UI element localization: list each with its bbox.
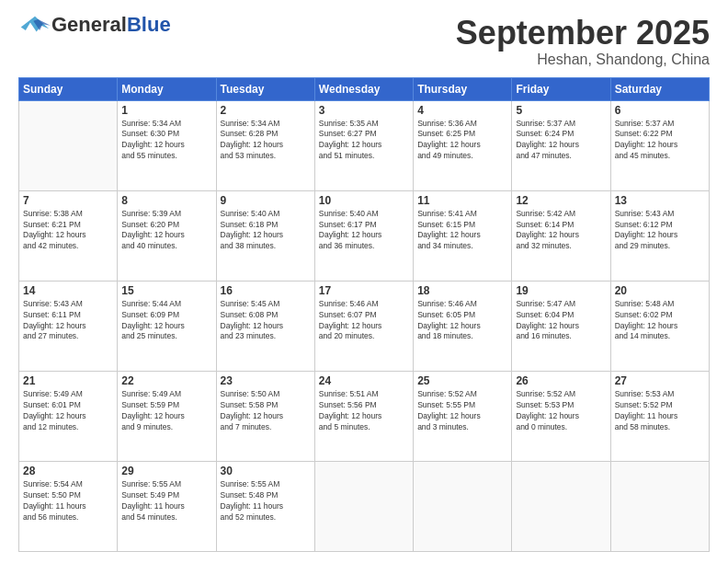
- day-info: Sunrise: 5:52 AMSunset: 5:55 PMDaylight:…: [417, 389, 507, 433]
- calendar-cell: 11Sunrise: 5:41 AMSunset: 6:15 PMDayligh…: [414, 190, 512, 281]
- calendar-cell: 4Sunrise: 5:36 AMSunset: 6:25 PMDaylight…: [414, 100, 512, 190]
- day-number: 14: [23, 284, 113, 297]
- calendar-cell: [314, 461, 413, 551]
- calendar-cell: 6Sunrise: 5:37 AMSunset: 6:22 PMDaylight…: [610, 100, 709, 190]
- logo: GeneralBlue: [51, 15, 171, 35]
- day-info: Sunrise: 5:39 AMSunset: 6:20 PMDaylight:…: [121, 209, 211, 253]
- calendar-table: SundayMondayTuesdayWednesdayThursdayFrid…: [18, 77, 710, 552]
- day-number: 15: [121, 284, 211, 297]
- day-info: Sunrise: 5:51 AMSunset: 5:56 PMDaylight:…: [319, 389, 409, 433]
- calendar-cell: 24Sunrise: 5:51 AMSunset: 5:56 PMDayligh…: [314, 371, 413, 461]
- day-number: 16: [221, 284, 311, 297]
- day-number: 30: [221, 465, 311, 477]
- calendar-cell: 28Sunrise: 5:54 AMSunset: 5:50 PMDayligh…: [19, 461, 118, 551]
- weekday-header: Friday: [512, 77, 610, 100]
- weekday-header: Wednesday: [314, 77, 413, 100]
- calendar-cell: 23Sunrise: 5:50 AMSunset: 5:58 PMDayligh…: [216, 371, 314, 461]
- day-number: 5: [516, 104, 606, 117]
- day-info: Sunrise: 5:46 AMSunset: 6:05 PMDaylight:…: [417, 299, 507, 343]
- calendar-cell: 17Sunrise: 5:46 AMSunset: 6:07 PMDayligh…: [314, 281, 413, 371]
- day-number: 11: [417, 194, 507, 207]
- day-info: Sunrise: 5:47 AMSunset: 6:04 PMDaylight:…: [516, 299, 606, 343]
- day-info: Sunrise: 5:46 AMSunset: 6:07 PMDaylight:…: [319, 299, 409, 343]
- calendar-week-row: 21Sunrise: 5:49 AMSunset: 6:01 PMDayligh…: [19, 371, 710, 461]
- weekday-header: Monday: [118, 77, 216, 100]
- logo-text: GeneralBlue: [51, 15, 171, 35]
- day-number: 28: [23, 465, 113, 477]
- calendar-cell: 12Sunrise: 5:42 AMSunset: 6:14 PMDayligh…: [512, 190, 610, 281]
- day-number: 3: [319, 104, 409, 117]
- calendar-cell: [414, 461, 512, 551]
- day-number: 20: [615, 284, 705, 297]
- day-number: 27: [615, 374, 705, 387]
- day-number: 24: [319, 374, 409, 387]
- day-number: 6: [615, 104, 705, 117]
- day-info: Sunrise: 5:55 AMSunset: 5:49 PMDaylight:…: [121, 479, 211, 523]
- calendar-week-row: 1Sunrise: 5:34 AMSunset: 6:30 PMDaylight…: [19, 100, 710, 190]
- calendar-cell: 14Sunrise: 5:43 AMSunset: 6:11 PMDayligh…: [19, 281, 118, 371]
- calendar-cell: 22Sunrise: 5:49 AMSunset: 5:59 PMDayligh…: [118, 371, 216, 461]
- calendar-week-row: 28Sunrise: 5:54 AMSunset: 5:50 PMDayligh…: [19, 461, 710, 551]
- day-number: 8: [121, 194, 211, 207]
- weekday-header-row: SundayMondayTuesdayWednesdayThursdayFrid…: [19, 77, 710, 100]
- day-number: 4: [417, 104, 507, 117]
- day-info: Sunrise: 5:40 AMSunset: 6:17 PMDaylight:…: [319, 209, 409, 253]
- day-number: 17: [319, 284, 409, 297]
- logo-area: GeneralBlue: [18, 15, 171, 35]
- day-info: Sunrise: 5:40 AMSunset: 6:18 PMDaylight:…: [221, 209, 311, 253]
- day-info: Sunrise: 5:53 AMSunset: 5:52 PMDaylight:…: [615, 389, 705, 433]
- calendar-cell: 7Sunrise: 5:38 AMSunset: 6:21 PMDaylight…: [19, 190, 118, 281]
- day-number: 10: [319, 194, 409, 207]
- day-number: 1: [121, 104, 211, 117]
- weekday-header: Thursday: [414, 77, 512, 100]
- day-info: Sunrise: 5:49 AMSunset: 5:59 PMDaylight:…: [121, 389, 211, 433]
- location-title: Heshan, Shandong, China: [456, 52, 710, 68]
- day-number: 12: [516, 194, 606, 207]
- calendar-cell: 3Sunrise: 5:35 AMSunset: 6:27 PMDaylight…: [314, 100, 413, 190]
- day-number: 19: [516, 284, 606, 297]
- day-info: Sunrise: 5:34 AMSunset: 6:30 PMDaylight:…: [121, 119, 211, 163]
- calendar-cell: 10Sunrise: 5:40 AMSunset: 6:17 PMDayligh…: [314, 190, 413, 281]
- calendar-cell: 26Sunrise: 5:52 AMSunset: 5:53 PMDayligh…: [512, 371, 610, 461]
- day-info: Sunrise: 5:45 AMSunset: 6:08 PMDaylight:…: [221, 299, 311, 343]
- day-number: 29: [121, 465, 211, 477]
- day-number: 7: [23, 194, 113, 207]
- day-number: 22: [121, 374, 211, 387]
- day-number: 21: [23, 374, 113, 387]
- day-number: 26: [516, 374, 606, 387]
- day-info: Sunrise: 5:50 AMSunset: 5:58 PMDaylight:…: [221, 389, 311, 433]
- calendar-cell: 5Sunrise: 5:37 AMSunset: 6:24 PMDaylight…: [512, 100, 610, 190]
- logo-general: General: [51, 13, 127, 36]
- day-info: Sunrise: 5:35 AMSunset: 6:27 PMDaylight:…: [319, 119, 409, 163]
- weekday-header: Tuesday: [216, 77, 314, 100]
- calendar-cell: 27Sunrise: 5:53 AMSunset: 5:52 PMDayligh…: [610, 371, 709, 461]
- day-number: 25: [417, 374, 507, 387]
- calendar-cell: 18Sunrise: 5:46 AMSunset: 6:05 PMDayligh…: [414, 281, 512, 371]
- calendar-cell: [610, 461, 709, 551]
- day-info: Sunrise: 5:43 AMSunset: 6:12 PMDaylight:…: [615, 209, 705, 253]
- calendar-cell: [19, 100, 118, 190]
- day-info: Sunrise: 5:54 AMSunset: 5:50 PMDaylight:…: [23, 479, 113, 523]
- day-number: 13: [615, 194, 705, 207]
- day-info: Sunrise: 5:44 AMSunset: 6:09 PMDaylight:…: [121, 299, 211, 343]
- calendar-cell: 25Sunrise: 5:52 AMSunset: 5:55 PMDayligh…: [414, 371, 512, 461]
- title-area: September 2025 Heshan, Shandong, China: [456, 15, 710, 68]
- day-info: Sunrise: 5:37 AMSunset: 6:24 PMDaylight:…: [516, 119, 606, 163]
- day-number: 9: [221, 194, 311, 207]
- page: GeneralBlue September 2025 Heshan, Shand…: [0, 0, 728, 563]
- day-info: Sunrise: 5:41 AMSunset: 6:15 PMDaylight:…: [417, 209, 507, 253]
- calendar-cell: 8Sunrise: 5:39 AMSunset: 6:20 PMDaylight…: [118, 190, 216, 281]
- logo-blue: Blue: [127, 13, 171, 36]
- calendar-week-row: 14Sunrise: 5:43 AMSunset: 6:11 PMDayligh…: [19, 281, 710, 371]
- calendar-week-row: 7Sunrise: 5:38 AMSunset: 6:21 PMDaylight…: [19, 190, 710, 281]
- day-number: 23: [221, 374, 311, 387]
- day-info: Sunrise: 5:37 AMSunset: 6:22 PMDaylight:…: [615, 119, 705, 163]
- calendar-cell: 30Sunrise: 5:55 AMSunset: 5:48 PMDayligh…: [216, 461, 314, 551]
- calendar-cell: 20Sunrise: 5:48 AMSunset: 6:02 PMDayligh…: [610, 281, 709, 371]
- day-info: Sunrise: 5:49 AMSunset: 6:01 PMDaylight:…: [23, 389, 113, 433]
- day-info: Sunrise: 5:38 AMSunset: 6:21 PMDaylight:…: [23, 209, 113, 253]
- calendar-cell: [512, 461, 610, 551]
- month-title: September 2025: [456, 15, 710, 52]
- weekday-header: Saturday: [610, 77, 709, 100]
- calendar-cell: 21Sunrise: 5:49 AMSunset: 6:01 PMDayligh…: [19, 371, 118, 461]
